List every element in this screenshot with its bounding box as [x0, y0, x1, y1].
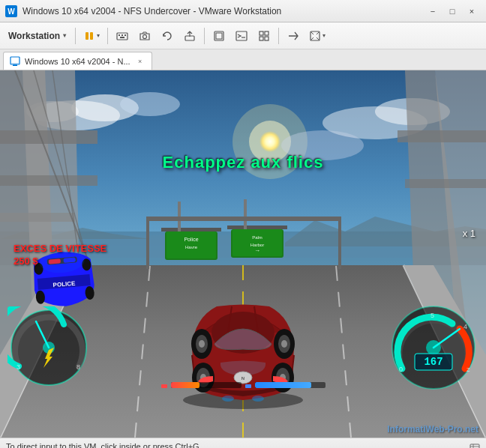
statusbar: To direct input to this VM, click inside… — [0, 438, 486, 448]
toolbar: Workstation ▾ ▾ — [0, 22, 486, 49]
vm-tab[interactable]: Windows 10 x64 v2004 - N... × — [3, 52, 152, 70]
svg-text:8: 8 — [76, 363, 80, 371]
send-ctrlaltdel-button[interactable] — [112, 25, 133, 46]
pause-icon — [83, 30, 95, 42]
resize-dropdown-icon: ▾ — [322, 32, 326, 39]
svg-point-76 — [199, 340, 205, 348]
enter-fullscreen-button[interactable] — [283, 25, 304, 46]
titlebar: W Windows 10 x64 v2004 - NFS Undercover … — [0, 0, 486, 22]
svg-rect-12 — [216, 33, 222, 39]
svg-rect-37 — [0, 175, 98, 186]
svg-text:0: 0 — [399, 366, 403, 373]
grid-icon — [258, 30, 270, 42]
svg-text:Havre: Havre — [185, 245, 198, 249]
fullscreen-icon — [213, 30, 225, 42]
hud-bars — [160, 381, 326, 389]
svg-text:z: z — [466, 366, 470, 373]
svg-text:167: 167 — [424, 356, 442, 368]
svg-rect-7 — [124, 34, 126, 36]
svg-point-87 — [252, 396, 264, 402]
health-bar-bg — [171, 382, 242, 388]
svg-rect-22 — [11, 63, 19, 64]
workstation-label: Workstation — [8, 31, 60, 41]
svg-rect-36 — [0, 130, 98, 144]
mission-text: Echappez aux flics — [163, 153, 324, 172]
svg-rect-43 — [405, 179, 486, 188]
resize-icon — [309, 30, 321, 42]
svg-rect-16 — [265, 31, 268, 35]
close-button[interactable]: × — [462, 4, 482, 19]
svg-text:5: 5 — [430, 312, 434, 319]
view-options-button[interactable] — [254, 25, 274, 46]
police-fine-amount: 250 $ — [14, 255, 106, 268]
speed-gauge: 167 0 z 5 4 — [388, 303, 478, 393]
svg-rect-2 — [86, 32, 88, 40]
send-file-button[interactable] — [179, 25, 200, 46]
multiplier-text: x 1 — [463, 228, 476, 239]
boost-bar-bg — [255, 382, 326, 388]
minimize-button[interactable]: − — [423, 4, 442, 19]
pause-dropdown-icon: ▾ — [97, 32, 100, 39]
car-boost-icon — [244, 381, 252, 389]
svg-point-32 — [120, 92, 180, 116]
svg-rect-42 — [398, 130, 486, 142]
health-bar-row — [160, 381, 326, 389]
svg-rect-106 — [245, 384, 251, 388]
police-warning-text: EXCES DE VITESSE 250 $ — [14, 243, 106, 268]
police-warning-line1: EXCES DE VITESSE — [14, 243, 106, 255]
upload-icon — [184, 30, 196, 42]
toolbar-separator-4 — [278, 28, 279, 44]
svg-text:N: N — [242, 376, 244, 381]
maximize-button[interactable]: □ — [442, 4, 462, 19]
svg-point-79 — [281, 340, 287, 348]
svg-point-86 — [222, 396, 234, 402]
network-status-icon — [470, 441, 480, 449]
enter-icon — [287, 30, 299, 42]
view-console-button[interactable] — [231, 25, 252, 46]
svg-rect-57 — [146, 217, 341, 221]
snapshot-button[interactable] — [134, 25, 155, 46]
svg-rect-15 — [260, 31, 263, 35]
resize-vm-button[interactable]: ▾ — [305, 25, 329, 46]
svg-rect-38 — [0, 213, 75, 222]
boost-bar-fill — [255, 382, 311, 388]
tab-close-button[interactable]: × — [135, 56, 146, 67]
rpm-gauge: 3 8 — [8, 306, 90, 389]
svg-rect-58 — [146, 217, 149, 269]
svg-text:4: 4 — [464, 323, 467, 330]
status-message: To direct input to this VM, click inside… — [6, 442, 202, 449]
svg-rect-52 — [244, 199, 247, 229]
camera-icon — [139, 30, 151, 42]
health-bar-fill — [171, 382, 200, 388]
workstation-dropdown-icon: ▾ — [63, 32, 66, 39]
svg-rect-17 — [260, 37, 263, 40]
snapshot-manager-button[interactable] — [157, 25, 178, 46]
svg-rect-4 — [117, 33, 128, 40]
svg-rect-45 — [161, 228, 221, 231]
workstation-menu-button[interactable]: Workstation ▾ — [3, 25, 71, 46]
watermark-text: InformatiWeb-Pro.net — [387, 424, 478, 435]
svg-rect-18 — [265, 37, 268, 40]
svg-rect-51 — [227, 225, 287, 229]
app-icon: W — [4, 4, 18, 18]
svg-rect-21 — [13, 64, 17, 66]
tabbar: Windows 10 x64 v2004 - N... × — [0, 49, 486, 70]
svg-text:W: W — [8, 7, 15, 16]
car-icon — [160, 381, 168, 389]
keyboard-icon — [116, 30, 128, 42]
svg-rect-6 — [122, 34, 123, 36]
svg-point-9 — [143, 34, 147, 38]
tab-vm-icon — [10, 56, 20, 67]
full-screen-button[interactable] — [208, 25, 230, 46]
svg-point-26 — [260, 131, 280, 152]
pause-button[interactable]: ▾ — [80, 25, 104, 46]
svg-rect-105 — [161, 384, 167, 388]
game-viewport[interactable]: Police Havre Palm Harbor → POLICE — [0, 70, 486, 438]
svg-rect-5 — [118, 34, 120, 36]
svg-text:Palm: Palm — [252, 235, 262, 240]
svg-text:→: → — [254, 247, 260, 254]
toolbar-separator-3 — [204, 28, 205, 44]
tab-label: Windows 10 x64 v2004 - N... — [25, 57, 130, 66]
svg-rect-3 — [90, 32, 93, 40]
console-icon — [236, 30, 248, 42]
